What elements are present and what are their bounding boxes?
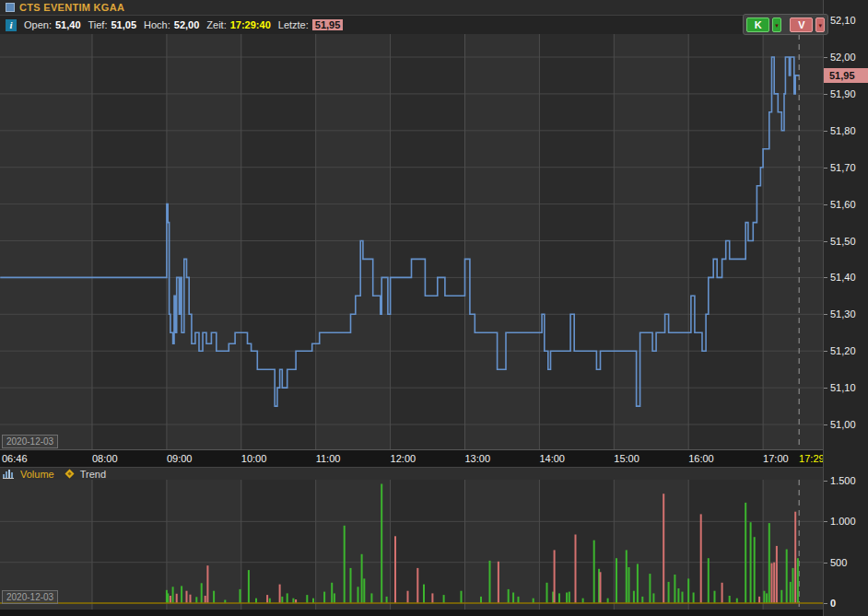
volume-legend-icon — [2, 469, 16, 480]
axis-tick-mark — [824, 94, 827, 95]
time-axis-label: 08:00 — [92, 453, 118, 464]
sell-button[interactable]: V — [790, 17, 813, 32]
trend-diamond-icon — [65, 470, 74, 479]
axis-tick-label: 51,10 — [830, 381, 856, 394]
title-bar: CTS EVENTIM KGAA — [0, 0, 823, 16]
axis-tick-mark — [824, 424, 827, 425]
time-axis-label: 09:00 — [167, 453, 193, 464]
axis-tick-mark — [824, 57, 827, 58]
time-axis-label: 10:00 — [241, 453, 267, 464]
axis-tick-label: 51,70 — [830, 161, 856, 174]
axis-tick-mark — [824, 168, 827, 169]
time-axis-label: 17:00 — [763, 453, 789, 464]
axis-tick-mark — [824, 563, 827, 564]
time-axis-label: 14:00 — [539, 453, 565, 464]
axis-tick-mark — [824, 204, 827, 205]
axis-tick-label: 500 — [830, 556, 847, 569]
axis-tick-label: 0 — [830, 597, 836, 610]
time-axis-label: 13:00 — [465, 453, 491, 464]
time-axis: 06:4608:0009:0010:0011:0012:0013:0014:00… — [0, 449, 823, 467]
axis-tick-label: 1.500 — [830, 474, 856, 487]
axis-tick-label: 51,20 — [830, 344, 856, 357]
trading-chart-window: CTS EVENTIM KGAA i Open:51,40Tief:51,05H… — [0, 0, 868, 616]
axis-tick-label: 51,60 — [830, 198, 856, 211]
price-chart-svg — [0, 34, 823, 449]
axis-tick-label: 51,30 — [830, 308, 856, 320]
quote-field: Tief:51,05 — [88, 19, 137, 30]
info-icon[interactable]: i — [6, 19, 17, 31]
bottom-strip — [0, 610, 823, 616]
quote-field: Zeit:17:29:40 — [206, 19, 270, 30]
buy-dropdown-icon[interactable]: ▾ — [772, 17, 781, 32]
trend-legend-label[interactable]: Trend — [80, 469, 106, 480]
price-axis[interactable]: 52,1052,0051,9051,8051,7051,6051,5051,40… — [823, 0, 868, 616]
axis-tick-mark — [824, 131, 827, 132]
axis-tick-mark — [824, 388, 827, 389]
time-axis-label: 06:46 — [2, 453, 28, 464]
axis-tick-label: 52,00 — [830, 51, 856, 64]
axis-tick-mark — [824, 521, 827, 522]
volume-date-label: 2020-12-03 — [2, 590, 58, 604]
axis-tick-label: 51,40 — [830, 271, 856, 284]
quote-field: Open:51,40 — [24, 19, 81, 30]
axis-tick-mark — [824, 603, 827, 604]
buy-button[interactable]: K — [746, 17, 769, 32]
trade-button-panel: K ▾ V ▾ — [743, 14, 828, 35]
chart-date-label: 2020-12-03 — [2, 435, 58, 448]
time-axis-label: 11:00 — [316, 453, 341, 464]
price-chart-plot[interactable] — [0, 34, 823, 449]
sell-dropdown-icon[interactable]: ▾ — [815, 17, 825, 32]
axis-tick-mark — [824, 241, 827, 242]
axis-tick-mark — [824, 277, 827, 278]
quote-field: Letzte:51,95 — [278, 19, 344, 30]
last-price-tag: 51,95 — [824, 68, 868, 83]
time-axis-label: 12:00 — [391, 453, 416, 464]
axis-tick-label: 1.000 — [830, 515, 856, 528]
volume-legend-label[interactable]: Volume — [20, 469, 54, 480]
time-axis-label: 15:00 — [614, 453, 639, 464]
axis-tick-mark — [824, 314, 827, 315]
axis-tick-label: 52,10 — [830, 14, 856, 27]
time-axis-label: 16:00 — [688, 453, 714, 464]
quote-values: Open:51,40Tief:51,05Hoch:52,00Zeit:17:29… — [24, 19, 350, 30]
window-icon — [6, 3, 15, 12]
axis-tick-label: 51,50 — [830, 235, 856, 248]
axis-tick-mark — [824, 481, 827, 482]
quote-info-bar: i Open:51,40Tief:51,05Hoch:52,00Zeit:17:… — [0, 16, 823, 34]
volume-chart-plot[interactable] — [0, 480, 823, 610]
quote-field: Hoch:52,00 — [144, 19, 199, 30]
axis-tick-label: 51,80 — [830, 124, 856, 137]
axis-tick-label: 51,90 — [830, 87, 856, 100]
axis-tick-mark — [824, 351, 827, 352]
instrument-title: CTS EVENTIM KGAA — [19, 2, 124, 13]
volume-chart-svg — [0, 480, 823, 610]
volume-panel-header: Volume Trend — [0, 467, 823, 480]
axis-tick-label: 51,00 — [830, 418, 856, 431]
